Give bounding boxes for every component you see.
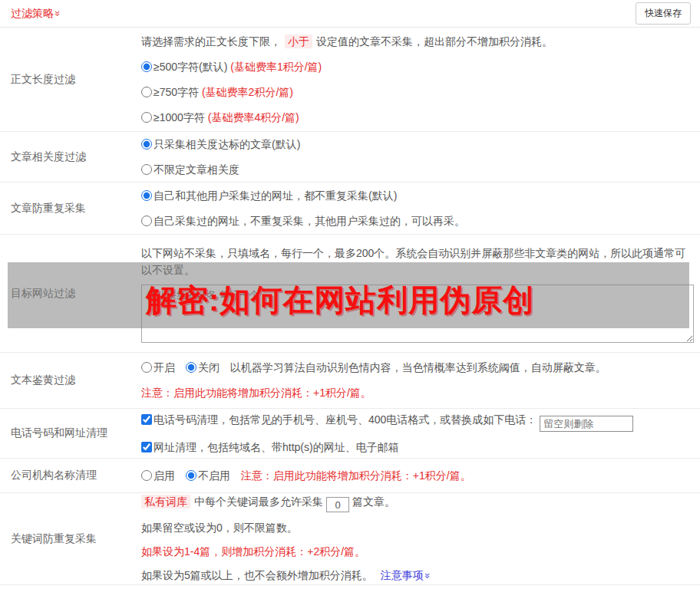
filter-strategy-page: 过滤策略» 快速保存 正文长度过滤 请选择需求的正文长度下限，小于设定值的文章不…: [0, 0, 700, 589]
body-length-option-750: ≥750字符 (基础费率2积分/篇): [141, 84, 694, 100]
keyword-dedup-note-cost: 如果设为1-4篇，则增加积分消耗：+2积分/篇。: [141, 544, 694, 560]
relevance-any-radio[interactable]: [141, 164, 152, 175]
row-keyword-dedup: 关键词防重复采集 私有词库中每个关键词最多允许采集篇文章。 如果留空或设为0，则…: [0, 493, 700, 585]
body-length-750-radio[interactable]: [141, 87, 152, 97]
company-clean-enable-radio[interactable]: [141, 470, 152, 481]
row-target-site-filter: 目标网站过滤 以下网站不采集，只填域名，每行一个，最多200个。系统会自动识别并…: [0, 235, 700, 353]
notice-double-chevron-down-icon: »: [420, 573, 436, 578]
porn-filter-warning: 注意：启用此功能将增加积分消耗：+1积分/篇。: [141, 385, 694, 401]
body-length-option-500: ≥500字符(默认) (基础费率1积分/篇): [141, 59, 694, 75]
row-phone-url-clean: 电话号码和网址清理 电话号码清理，包括常见的手机号、座机号、400电话格式，或替…: [0, 409, 700, 459]
body-length-500-radio[interactable]: [141, 61, 152, 72]
row-content-phone-url-clean: 电话号码清理，包括常见的手机号、座机号、400电话格式，或替换成如下电话： 网址…: [141, 409, 700, 458]
row-label-porn-filter: 文本鉴黄过滤: [0, 353, 141, 408]
body-length-1000-radio[interactable]: [141, 112, 152, 123]
phone-clean-checkbox[interactable]: [141, 414, 152, 425]
row-content-url-dedup: 自己和其他用户采集过的网址，都不重复采集(默认) 自己采集过的网址，不重复采集，…: [141, 183, 700, 234]
row-content-relevance: 只采集相关度达标的文章(默认) 不限定文章相关度: [141, 132, 700, 182]
row-relevance-filter: 文章相关度过滤 只采集相关度达标的文章(默认) 不限定文章相关度: [0, 132, 700, 183]
body-length-500-note: (基础费率1积分/篇): [230, 61, 322, 73]
body-length-750-note: (基础费率2积分/篇): [202, 86, 293, 98]
row-content-body-length: 请选择需求的正文长度下限，小于设定值的文章不采集，超出部分不增加积分消耗。 ≥5…: [141, 28, 700, 131]
private-lexicon-link[interactable]: 私有词库: [141, 495, 190, 508]
double-chevron-down-icon: »: [52, 10, 64, 15]
row-content-keyword-dedup: 私有词库中每个关键词最多允许采集篇文章。 如果留空或设为0，则不限篇数。 如果设…: [141, 493, 700, 584]
dedup-self-only-radio[interactable]: [141, 216, 152, 226]
row-content-target-site: 以下网站不采集，只填域名，每行一个，最多200个。系统会自动识别并屏蔽那些非文章…: [141, 235, 700, 352]
notice-link[interactable]: 注意事项»: [381, 569, 431, 581]
blocked-domains-textarea[interactable]: [141, 285, 694, 343]
row-porn-filter: 文本鉴黄过滤 开启 关闭 以机器学习算法自动识别色情内容，当色情概率达到系统阈值…: [0, 353, 700, 409]
row-company-clean: 公司机构名称清理 启用 不启用 注意：启用此功能将增加积分消耗：+1积分/篇。: [0, 459, 700, 493]
porn-filter-off-radio[interactable]: [186, 362, 196, 373]
row-label-url-dedup: 文章防重复采集: [0, 183, 141, 234]
company-clean-warning: 注意：启用此功能将增加积分消耗：+1积分/篇。: [241, 469, 471, 482]
body-length-intro: 请选择需求的正文长度下限，小于设定值的文章不采集，超出部分不增加积分消耗。: [141, 34, 694, 50]
row-url-dedup: 文章防重复采集 自己和其他用户采集过的网址，都不重复采集(默认) 自己采集过的网…: [0, 183, 700, 235]
keyword-dedup-note-five: 如果设为5篇或以上，也不会额外增加积分消耗。: [141, 569, 373, 581]
porn-filter-desc: 以机器学习算法自动识别色情内容，当色情概率达到系统阈值，自动屏蔽文章。: [230, 361, 606, 373]
url-clean-checkbox[interactable]: [141, 442, 152, 452]
row-label-phone-url-clean: 电话号码和网址清理: [0, 409, 141, 458]
row-content-porn-filter: 开启 关闭 以机器学习算法自动识别色情内容，当色情概率达到系统阈值，自动屏蔽文章…: [141, 353, 700, 408]
body-length-1000-note: (基础费率4积分/篇): [208, 111, 299, 123]
row-label-keyword-dedup: 关键词防重复采集: [0, 493, 141, 584]
dedup-global-radio[interactable]: [141, 190, 152, 201]
quick-save-button[interactable]: 快速保存: [636, 2, 691, 25]
relevance-strict-radio[interactable]: [141, 139, 152, 150]
row-body-length-filter: 正文长度过滤 请选择需求的正文长度下限，小于设定值的文章不采集，超出部分不增加积…: [0, 28, 700, 132]
keyword-max-count-input[interactable]: [326, 497, 349, 512]
body-length-option-1000: ≥1000字符 (基础费率4积分/篇): [141, 110, 694, 126]
row-label-relevance: 文章相关度过滤: [0, 132, 141, 182]
row-label-company-clean: 公司机构名称清理: [0, 459, 141, 492]
porn-filter-on-radio[interactable]: [141, 362, 152, 373]
row-label-target-site: 目标网站过滤: [0, 235, 141, 352]
row-content-company-clean: 启用 不启用 注意：启用此功能将增加积分消耗：+1积分/篇。: [141, 459, 700, 492]
page-title-toggle[interactable]: 过滤策略»: [11, 7, 61, 21]
row-label-body-length: 正文长度过滤: [0, 28, 141, 131]
page-title: 过滤策略: [11, 7, 54, 19]
keyword-dedup-note-zero: 如果留空或设为0，则不限篇数。: [141, 520, 694, 536]
target-site-desc: 以下网站不采集，只填域名，每行一个，最多200个。系统会自动识别并屏蔽那些非文章…: [141, 245, 694, 278]
replacement-phone-input[interactable]: [540, 416, 633, 432]
less-than-tag: 小于: [285, 35, 312, 48]
company-clean-disable-radio[interactable]: [186, 470, 196, 481]
topbar: 过滤策略» 快速保存: [0, 0, 700, 28]
